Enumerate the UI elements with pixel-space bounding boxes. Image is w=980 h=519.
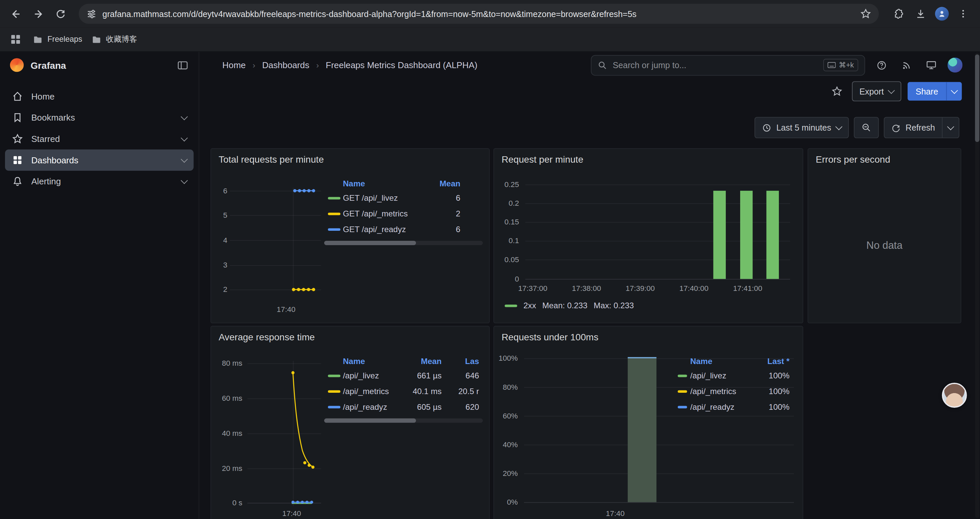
brand-title: Grafana — [31, 60, 177, 70]
scrollbar-thumb[interactable] — [975, 54, 979, 142]
apps-grid-icon[interactable] — [7, 31, 24, 48]
panel-total-requests: Total requests per minute 6 5 4 3 2 17:4… — [210, 148, 490, 323]
news-rss-icon[interactable] — [897, 56, 915, 74]
breadcrumb-dashboards[interactable]: Dashboards — [262, 60, 309, 70]
app-header: Home › Dashboards › Freeleaps Metrics Da… — [199, 52, 980, 78]
chevron-down-icon[interactable] — [181, 113, 188, 120]
legend-scrollbar[interactable] — [324, 241, 483, 245]
refresh-interval-dropdown[interactable] — [942, 118, 959, 137]
series-swatch — [678, 390, 687, 393]
user-avatar[interactable] — [948, 57, 963, 72]
folder-icon — [91, 34, 102, 45]
series-name[interactable]: 2xx — [523, 301, 536, 310]
refresh-button[interactable]: Refresh — [884, 118, 942, 137]
help-icon[interactable] — [873, 56, 890, 74]
export-button[interactable]: Export — [852, 81, 901, 101]
series-name[interactable]: /api/_metrics — [690, 386, 736, 396]
sidebar-nav: Home Bookmarks Starred Dashboards — [0, 78, 199, 200]
extensions-icon[interactable] — [890, 6, 906, 22]
chevron-down-icon — [947, 123, 954, 130]
sidebar-item-dashboards[interactable]: Dashboards — [5, 150, 194, 171]
legend-header-name[interactable]: Name — [690, 356, 712, 366]
sidebar-item-alerting[interactable]: Alerting — [5, 171, 194, 192]
viewport: grafana.mathmast.com/d/deytv4rwavabkb/fr… — [0, 0, 980, 519]
profile-avatar-icon[interactable] — [935, 7, 949, 21]
url-bar[interactable]: grafana.mathmast.com/d/deytv4rwavabkb/fr… — [79, 4, 879, 24]
series-mean: Mean: 0.233 — [542, 301, 587, 310]
legend-row: GET /api/_readyz 6 — [324, 222, 483, 237]
clock-icon — [762, 123, 771, 132]
legend-header-mean[interactable]: Mean — [421, 356, 442, 366]
panel-errors-per-second: Errors per second No data — [808, 148, 961, 323]
series-mean: 661 µs — [417, 371, 442, 380]
panel-title[interactable]: Errors per second — [816, 154, 890, 164]
series-name[interactable]: /api/_metrics — [343, 386, 389, 396]
legend-header-last[interactable]: Las — [465, 356, 479, 366]
kiosk-monitor-icon[interactable] — [923, 56, 940, 74]
home-icon — [12, 91, 23, 102]
series-name[interactable]: /api/_livez — [343, 371, 379, 380]
reload-icon[interactable] — [51, 4, 70, 23]
sidebar-item-starred[interactable]: Starred — [5, 128, 194, 150]
refresh-icon — [891, 123, 900, 132]
legend-header-name[interactable]: Name — [343, 179, 365, 188]
chevron-down-icon[interactable] — [181, 177, 188, 184]
legend-row: GET /api/_livez 6 — [324, 190, 483, 206]
search-input[interactable]: Search or jump to... ⌘+k — [591, 55, 865, 75]
legend-header-last[interactable]: Last * — [767, 356, 789, 366]
legend-header-mean[interactable]: Mean — [440, 179, 460, 188]
series-swatch — [328, 390, 340, 393]
browser-menu-icon[interactable] — [955, 6, 971, 22]
panel-request-per-minute: Request per minute 0.25 0.2 0.15 0.1 0.0… — [493, 148, 803, 323]
sidebar-item-bookmarks[interactable]: Bookmarks — [5, 107, 194, 128]
legend-header-name[interactable]: Name — [343, 356, 365, 366]
zoom-out-button[interactable] — [854, 117, 878, 138]
chevron-down-icon[interactable] — [181, 134, 188, 141]
breadcrumb-separator: › — [316, 61, 319, 70]
series-name[interactable]: GET /api/_livez — [343, 193, 398, 203]
panel-title[interactable]: Average response time — [218, 331, 315, 342]
browser-toolbar: grafana.mathmast.com/d/deytv4rwavabkb/fr… — [0, 0, 980, 27]
downloads-icon[interactable] — [913, 6, 929, 22]
back-icon[interactable] — [6, 4, 25, 23]
url-input[interactable]: grafana.mathmast.com/d/deytv4rwavabkb/fr… — [102, 9, 854, 18]
favorite-star-icon[interactable] — [828, 83, 846, 100]
series-last: 20.5 r — [458, 386, 479, 396]
time-range-picker[interactable]: Last 5 minutes — [755, 118, 848, 137]
breadcrumb-home[interactable]: Home — [223, 60, 246, 70]
series-name[interactable]: /api/_livez — [690, 371, 726, 380]
legend-row: /api/_metrics 40.1 ms 20.5 r — [324, 383, 483, 399]
legend-row: /api/_livez 661 µs 646 — [324, 368, 483, 383]
chevron-down-icon — [951, 87, 958, 94]
legend-row: GET /api/_metrics 2 — [324, 206, 483, 222]
series-name[interactable]: GET /api/_readyz — [343, 224, 406, 234]
series-name[interactable]: /api/_readyz — [343, 402, 387, 412]
floating-assistant-avatar[interactable] — [942, 383, 967, 408]
bookmark-folder-freeleaps[interactable]: Freeleaps — [32, 34, 82, 45]
legend-scrollbar[interactable] — [324, 418, 483, 423]
dashboards-icon — [12, 155, 23, 166]
panel-title[interactable]: Total requests per minute — [218, 154, 323, 164]
series-last: 100% — [769, 402, 789, 412]
bell-icon — [12, 176, 23, 187]
share-button[interactable]: Share — [908, 82, 946, 101]
keyboard-shortcut-badge: ⌘+k — [823, 59, 858, 71]
bookmark-folder-blogs[interactable]: 收藏博客 — [91, 34, 137, 45]
panel-title[interactable]: Request per minute — [502, 154, 584, 164]
series-name[interactable]: /api/_readyz — [690, 402, 735, 412]
panel-title[interactable]: Requests under 100ms — [502, 331, 598, 342]
series-last: 100% — [769, 386, 789, 396]
share-dropdown-button[interactable] — [946, 82, 962, 101]
series-name[interactable]: GET /api/_metrics — [343, 209, 407, 218]
search-icon — [598, 61, 607, 70]
grafana-logo[interactable] — [10, 58, 24, 72]
legend-table: Name Mean Las /api/_livez 661 µs 646 — [324, 354, 483, 415]
page-scrollbar[interactable] — [975, 53, 979, 517]
chevron-down-icon[interactable] — [181, 156, 188, 163]
sidebar-item-home[interactable]: Home — [5, 86, 194, 107]
site-settings-icon[interactable] — [86, 8, 97, 19]
forward-icon[interactable] — [29, 4, 48, 23]
collapse-sidebar-icon[interactable] — [177, 59, 189, 71]
dashboard-canvas: Last 5 minutes Refresh — [199, 105, 980, 519]
bookmark-star-icon[interactable] — [860, 8, 871, 19]
